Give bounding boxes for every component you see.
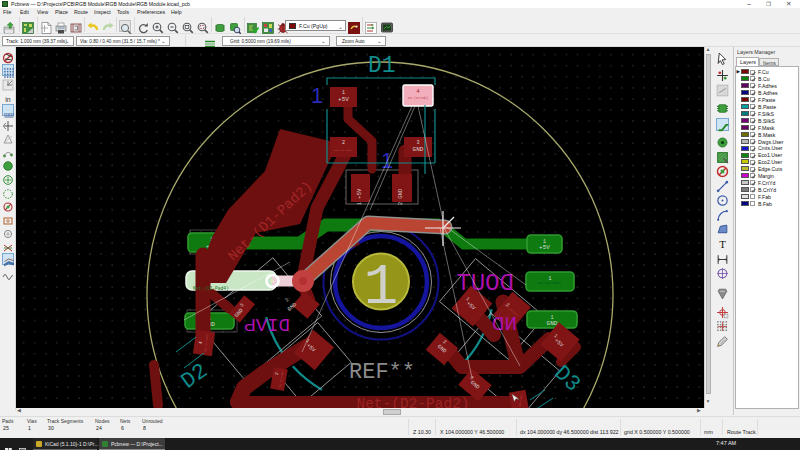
svg-text:in: in [5,96,11,103]
svg-text:1: 1 [551,315,554,320]
svg-text:2: 2 [342,140,345,146]
svg-text:Net-(D2-Pad4): Net-(D2-Pad4) [193,286,229,291]
svg-text:Net-(D2-Pad2): Net-(D2-Pad2) [356,396,469,408]
svg-text:1 +5V: 1 +5V [356,188,363,205]
svg-text:1: 1 [311,83,323,108]
svg-text:2 GND: 2 GND [397,188,404,205]
svg-text:DIVЬ: DIVЬ [244,315,290,337]
svg-text:mm: mm [4,111,14,117]
svg-text:Net-(D1-Pad2): Net-(D1-Pad2) [334,149,353,152]
svg-text:REF**: REF** [349,360,415,385]
svg-text:ND: ND [492,313,517,336]
svg-text:+5V: +5V [338,96,349,103]
svg-text:GND: GND [413,146,424,153]
svg-text:1: 1 [364,255,399,320]
svg-text:Net-(D3-Pad4): Net-(D3-Pad4) [408,96,429,100]
svg-text:DOUT: DOUT [456,270,514,297]
svg-text:T: T [719,237,726,249]
svg-text:D1: D1 [368,53,396,79]
svg-text:+5V: +5V [539,244,550,251]
svg-text:Net-(D3-Pad2): Net-(D3-Pad2) [538,281,562,285]
